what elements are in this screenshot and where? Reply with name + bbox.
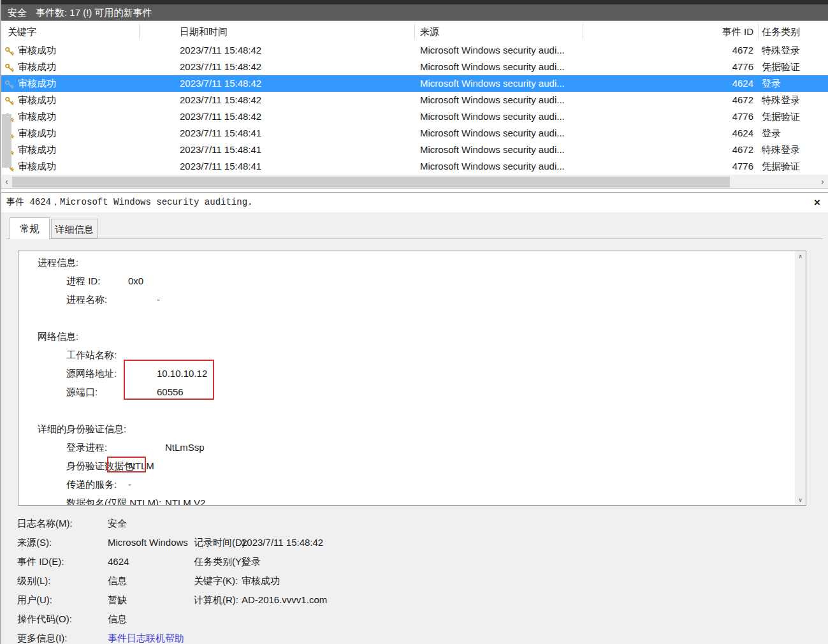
table-row[interactable]: 审核成功 2023/7/11 15:48:42 Microsoft Window… — [1, 42, 828, 59]
detail-line: 传递的服务: - — [18, 475, 806, 494]
meta-row: 更多信息(I): 事件日志联机帮助 — [1, 629, 828, 644]
column-header-keyword[interactable]: 关键字 — [8, 21, 36, 42]
meta-label: 级别(L): — [17, 571, 51, 590]
cell-category: 登录 — [762, 125, 828, 142]
cell-category: 凭据验证 — [762, 59, 828, 75]
column-header-event-id[interactable]: 事件 ID — [583, 21, 753, 42]
meta-row: 操作代码(O): 信息 — [1, 610, 828, 629]
table-row[interactable]: 审核成功 2023/7/11 15:48:42 Microsoft Window… — [1, 59, 828, 75]
table-row[interactable]: 审核成功 2023/7/11 15:48:42 Microsoft Window… — [1, 108, 828, 125]
table-row[interactable]: 审核成功 2023/7/11 15:48:42 Microsoft Window… — [1, 92, 828, 108]
column-header-category[interactable]: 任务类别 — [762, 21, 800, 42]
event-log-help-link[interactable]: 事件日志联机帮助 — [108, 629, 184, 644]
log-name: 安全 — [8, 4, 27, 20]
scroll-right-icon[interactable]: › — [817, 176, 828, 188]
tab-details[interactable]: 详细信息 — [51, 219, 98, 238]
detail-line: 数据包名(仅限 NTLM): NTLM V2 — [18, 494, 806, 506]
scroll-left-icon[interactable]: ‹ — [1, 176, 12, 188]
preview-title: 事件 4624，Microsoft Windows security audit… — [6, 193, 252, 212]
detail-value: NTLM V2 — [165, 494, 205, 506]
meta-label-right: 任务类别(Y): — [194, 552, 247, 571]
cell-source: Microsoft Windows security audi... — [420, 75, 581, 92]
horizontal-scrollbar-thumb[interactable] — [12, 177, 730, 187]
cell-keyword: 审核成功 — [18, 75, 136, 92]
detail-line: 登录进程: NtLmSsp — [18, 438, 806, 457]
cell-keyword: 审核成功 — [18, 42, 136, 59]
column-divider[interactable] — [139, 24, 140, 40]
meta-value: 信息 — [108, 610, 189, 629]
column-divider[interactable] — [758, 24, 759, 40]
detail-value: - — [128, 475, 131, 494]
column-header-datetime[interactable]: 日期和时间 — [180, 21, 228, 42]
pane-splitter[interactable] — [1, 188, 828, 193]
cell-source: Microsoft Windows security audi... — [420, 42, 581, 59]
meta-label: 用户(U): — [17, 590, 52, 610]
meta-label-right: 记录时间(D): — [194, 533, 248, 552]
detail-label: 传递的服务: — [66, 475, 117, 494]
window-top-strip — [1, 0, 828, 4]
detail-label: 进程 ID: — [66, 272, 100, 290]
meta-value: Microsoft Windows securi — [108, 533, 189, 552]
scroll-up-icon[interactable]: ∧ — [795, 251, 806, 261]
annotation-box-ntlm — [107, 457, 146, 472]
meta-value-right: 2023/7/11 15:48:42 — [242, 533, 323, 552]
meta-value-right: 登录 — [242, 552, 261, 571]
cell-keyword: 审核成功 — [18, 59, 136, 75]
column-divider[interactable] — [414, 24, 415, 40]
detail-line: 进程信息: — [18, 253, 806, 272]
meta-value-right: AD-2016.vvvv1.com — [242, 590, 327, 610]
annotation-box-network — [124, 360, 214, 400]
cell-datetime: 2023/7/11 15:48:41 — [180, 125, 412, 142]
cell-event-id: 4672 — [583, 92, 753, 108]
cell-event-id: 4672 — [583, 42, 753, 59]
cell-event-id: 4672 — [583, 142, 753, 158]
detail-label: 详细的身份验证信息: — [38, 420, 126, 438]
cell-datetime: 2023/7/11 15:48:42 — [180, 75, 412, 92]
cell-keyword: 审核成功 — [18, 92, 136, 108]
meta-row: 来源(S): Microsoft Windows securi 记录时间(D):… — [1, 533, 828, 552]
column-divider[interactable] — [583, 24, 583, 40]
meta-value: 安全 — [108, 514, 189, 533]
cell-source: Microsoft Windows security audi... — [420, 59, 581, 75]
cell-datetime: 2023/7/11 15:48:42 — [180, 42, 412, 59]
meta-value-right: 审核成功 — [242, 571, 280, 590]
meta-label: 更多信息(I): — [17, 629, 67, 644]
cell-keyword: 审核成功 — [18, 125, 136, 142]
column-header-source[interactable]: 来源 — [420, 21, 439, 42]
meta-label: 操作代码(O): — [17, 610, 72, 629]
cell-category: 凭据验证 — [762, 108, 828, 125]
meta-row: 级别(L): 信息 关键字(K): 审核成功 — [1, 571, 828, 590]
table-row[interactable]: 审核成功 2023/7/11 15:48:41 Microsoft Window… — [1, 125, 828, 142]
cell-source: Microsoft Windows security audi... — [420, 92, 581, 108]
detail-line — [18, 401, 806, 420]
detail-label: 网络信息: — [38, 327, 78, 346]
horizontal-scrollbar[interactable]: ‹ › — [1, 176, 828, 188]
cell-datetime: 2023/7/11 15:48:41 — [180, 142, 412, 158]
close-preview-icon[interactable]: × — [814, 193, 825, 212]
cell-keyword: 审核成功 — [18, 108, 136, 125]
detail-label: 登录进程: — [66, 438, 107, 457]
event-list: 审核成功 2023/7/11 15:48:42 Microsoft Window… — [1, 42, 828, 175]
detail-line: 进程 ID: 0x0 — [18, 272, 806, 290]
event-viewer-window: 安全 事件数: 17 (!) 可用的新事件 关键字 日期和时间 来源 事件 ID… — [0, 0, 828, 644]
meta-row: 用户(U): 暂缺 计算机(R): AD-2016.vvvv1.com — [1, 590, 828, 610]
scroll-down-icon[interactable]: ∨ — [795, 495, 806, 505]
table-row[interactable]: 审核成功 2023/7/11 15:48:41 Microsoft Window… — [1, 142, 828, 158]
detail-label: 源网络地址: — [66, 364, 117, 383]
detail-line: 网络信息: — [18, 327, 806, 346]
detail-label: 数据包名(仅限 NTLM): — [66, 494, 161, 506]
vertical-scrollbar[interactable]: ∧ ∨ — [795, 251, 806, 505]
cell-category: 特殊登录 — [762, 142, 828, 158]
detail-line — [18, 309, 806, 327]
tab-general[interactable]: 常规 — [10, 217, 50, 239]
cell-datetime: 2023/7/11 15:48:42 — [180, 59, 412, 75]
vertical-scrollbar-thumb[interactable] — [2, 114, 11, 168]
table-row[interactable]: 审核成功 2023/7/11 15:48:41 Microsoft Window… — [1, 158, 828, 175]
meta-label-right: 计算机(R): — [194, 590, 238, 610]
cell-category: 特殊登录 — [762, 92, 828, 108]
table-row[interactable]: 审核成功 2023/7/11 15:48:42 Microsoft Window… — [1, 75, 828, 92]
events-count-text: 事件数: 17 (!) 可用的新事件 — [36, 4, 152, 20]
cell-datetime: 2023/7/11 15:48:41 — [180, 158, 412, 175]
meta-label-right: 关键字(K): — [194, 571, 238, 590]
table-header: 关键字 日期和时间 来源 事件 ID 任务类别 — [1, 21, 828, 43]
